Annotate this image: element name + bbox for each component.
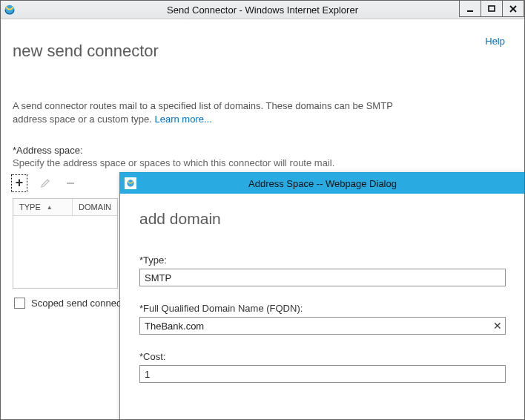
address-space-label: *Address space: — [13, 145, 524, 156]
dialog-ie-icon — [125, 177, 136, 189]
dialog-body: add domain *Type: *Full Qualified Domain… — [120, 194, 524, 383]
fqdn-label: *Full Qualified Domain Name (FQDN): — [139, 303, 506, 314]
column-header-type[interactable]: TYPE ▲ — [13, 199, 73, 215]
sort-indicator-icon: ▲ — [47, 204, 53, 211]
address-space-table: TYPE ▲ DOMAIN — [13, 198, 118, 289]
clear-fqdn-icon[interactable]: ✕ — [489, 317, 506, 335]
maximize-button[interactable] — [481, 0, 503, 17]
add-button[interactable]: + — [11, 174, 27, 192]
dialog-titlebar: Address Space -- Webpage Dialog — [120, 173, 524, 194]
minimize-button[interactable] — [459, 0, 481, 17]
type-label: *Type: — [139, 255, 506, 266]
ie-icon — [4, 4, 16, 16]
cost-input[interactable] — [139, 365, 506, 383]
cost-label: *Cost: — [139, 351, 506, 362]
dialog-title: Address Space -- Webpage Dialog — [248, 178, 397, 189]
svg-rect-1 — [467, 10, 473, 12]
add-domain-dialog: Address Space -- Webpage Dialog add doma… — [119, 172, 524, 419]
help-link[interactable]: Help — [485, 36, 505, 47]
edit-button[interactable] — [38, 176, 53, 191]
col-domain-label: DOMAIN — [79, 203, 111, 211]
type-input[interactable] — [139, 269, 506, 286]
svg-rect-5 — [67, 183, 74, 184]
window-title: Send Connector - Windows Internet Explor… — [167, 4, 358, 16]
address-space-sub: Specify the address space or spaces to w… — [13, 157, 524, 168]
field-fqdn: *Full Qualified Domain Name (FQDN): ✕ — [139, 303, 506, 335]
window-controls — [459, 0, 524, 16]
dialog-heading: add domain — [139, 210, 506, 228]
field-cost: *Cost: — [139, 351, 506, 383]
svg-rect-2 — [489, 6, 495, 11]
close-button[interactable] — [503, 0, 524, 17]
remove-button[interactable] — [63, 176, 78, 191]
column-header-domain[interactable]: DOMAIN — [73, 199, 117, 215]
col-type-label: TYPE — [19, 203, 41, 211]
content-pane: Help new send connector A send connector… — [1, 19, 524, 419]
field-type: *Type: — [139, 255, 506, 286]
ie-titlebar: Send Connector - Windows Internet Explor… — [1, 1, 524, 19]
scoped-send-connector-label: Scoped send connector — [31, 298, 133, 309]
fqdn-input[interactable] — [139, 317, 506, 335]
page-title: new send connector — [13, 42, 524, 61]
ie-window: Send Connector - Windows Internet Explor… — [0, 0, 525, 420]
learn-more-link[interactable]: Learn more... — [154, 114, 211, 125]
table-header: TYPE ▲ DOMAIN — [13, 199, 117, 216]
scoped-send-connector-checkbox[interactable] — [14, 298, 25, 309]
page-description: A send connector routes mail to a specif… — [13, 99, 428, 125]
